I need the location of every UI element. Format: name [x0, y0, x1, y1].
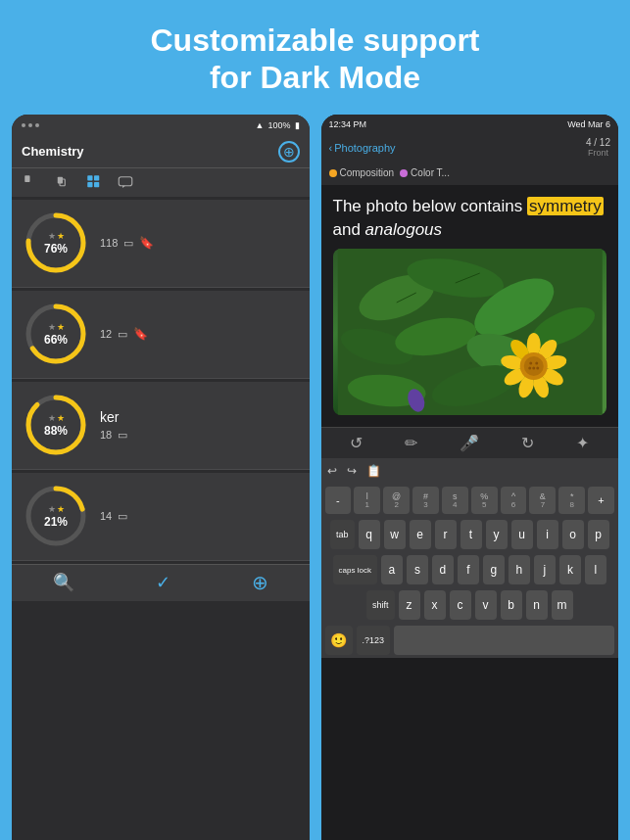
composition-label: Composition	[340, 167, 395, 178]
tab-copy[interactable]	[51, 172, 74, 192]
key-tab[interactable]: tab	[330, 520, 355, 549]
key-f[interactable]: f	[458, 555, 479, 584]
front-label: Front	[588, 148, 608, 158]
key-numbers[interactable]: .?123	[357, 626, 391, 655]
key-u[interactable]: u	[511, 520, 533, 549]
svg-point-41	[535, 362, 538, 365]
svg-point-40	[529, 362, 532, 365]
key-8[interactable]: *8	[558, 487, 585, 514]
key-capslock[interactable]: caps lock	[333, 555, 377, 584]
check-tab-icon[interactable]: ✓	[156, 572, 170, 593]
pencil-icon[interactable]: ✏	[405, 434, 417, 452]
tab-bubble[interactable]	[114, 172, 137, 192]
card-count-1: 118	[100, 237, 118, 249]
status-dots	[22, 123, 39, 127]
key-b[interactable]: b	[501, 590, 522, 620]
key-v[interactable]: v	[475, 590, 497, 620]
star-empty-3: ★	[48, 413, 56, 423]
page-info: 4 / 12 Front	[586, 137, 610, 158]
key-i[interactable]: i	[537, 520, 558, 549]
key-x[interactable]: x	[424, 590, 446, 620]
key-o[interactable]: o	[562, 520, 584, 549]
header-section: Customizable support for Dark Mode	[0, 0, 630, 115]
tag-composition[interactable]: Composition	[329, 167, 395, 178]
plus-icon: ⊕	[283, 144, 295, 160]
stars-4: ★ ★	[48, 504, 65, 514]
key-l[interactable]: l	[585, 555, 606, 584]
key-e[interactable]: e	[410, 520, 431, 549]
plus-tab-icon[interactable]: ⊕	[252, 571, 268, 594]
key-t[interactable]: t	[460, 520, 482, 549]
stars-2: ★ ★	[48, 322, 65, 332]
key-7[interactable]: &7	[529, 487, 556, 514]
key-s[interactable]: s	[407, 555, 428, 584]
redo-icon[interactable]: ↪	[347, 464, 357, 478]
progress-circle-4: ★ ★ 21%	[22, 482, 90, 550]
key-5[interactable]: %5	[471, 487, 498, 514]
key-plus[interactable]: +	[588, 487, 614, 514]
tab-grid[interactable]	[82, 172, 106, 192]
zxcv-row: shift z x c v b n m	[321, 587, 619, 623]
card-meta-2: 12 ▭ 🔖	[100, 327, 148, 341]
key-space[interactable]	[394, 626, 614, 655]
key-h[interactable]: h	[509, 555, 530, 584]
key-m[interactable]: m	[552, 590, 573, 620]
key-p[interactable]: p	[588, 520, 609, 549]
key-shift[interactable]: shift	[366, 590, 395, 620]
key-r[interactable]: r	[435, 520, 457, 549]
svg-rect-3	[87, 176, 92, 181]
key-6[interactable]: ^6	[501, 487, 527, 514]
flashcard-content: The photo below contains symmetry and an…	[321, 185, 619, 428]
card-stats-3: 18 ▭	[100, 429, 127, 442]
key-emoji[interactable]: 🙂	[325, 626, 353, 655]
key-z[interactable]: z	[399, 590, 420, 620]
rotate-right-icon[interactable]: ↻	[521, 434, 534, 452]
clipboard-icon[interactable]: 📋	[366, 464, 381, 478]
search-tab-icon[interactable]: 🔍	[53, 572, 74, 593]
bookmark-icon-1: 🔖	[139, 236, 154, 250]
rotate-left-icon[interactable]: ↺	[350, 434, 363, 452]
key-g[interactable]: g	[483, 555, 505, 584]
key-a[interactable]: a	[381, 555, 403, 584]
card-row-4[interactable]: ★ ★ 21% 14 ▭	[12, 473, 310, 561]
dot2	[28, 123, 32, 127]
key-j[interactable]: j	[534, 555, 556, 584]
flower-svg	[333, 249, 607, 415]
left-nav-add-button[interactable]: ⊕	[278, 141, 300, 163]
key-d[interactable]: d	[432, 555, 454, 584]
card-label-3: ker	[100, 409, 127, 425]
left-tab-bar	[12, 167, 310, 197]
star-icon[interactable]: ✦	[576, 434, 589, 452]
key-c[interactable]: c	[450, 590, 471, 620]
key-4[interactable]: s4	[442, 487, 468, 514]
star-filled-3: ★	[57, 413, 65, 423]
key-2[interactable]: @2	[383, 487, 410, 514]
left-status-bar: ▲ 100% ▮	[12, 115, 310, 136]
undo-icon[interactable]: ↩	[327, 464, 337, 478]
card-count-2: 12	[100, 328, 112, 340]
star-empty-2: ★	[48, 322, 56, 332]
back-button[interactable]: ‹ Photography	[329, 142, 396, 154]
key-q[interactable]: q	[359, 520, 380, 549]
card-row-3[interactable]: ★ ★ 88% ker 18 ▭	[12, 382, 310, 470]
key-dash[interactable]: -	[325, 487, 352, 514]
italic-analogous: analogous	[365, 220, 442, 239]
key-k[interactable]: k	[559, 555, 581, 584]
key-3[interactable]: #3	[412, 487, 439, 514]
star-filled: ★	[57, 231, 65, 241]
stars-3: ★ ★	[48, 413, 65, 423]
dot3	[35, 123, 39, 127]
card-meta-3: ker 18 ▭	[100, 409, 127, 442]
key-y[interactable]: y	[486, 520, 508, 549]
card-row-2[interactable]: ★ ★ 66% 12 ▭ 🔖	[12, 291, 310, 379]
tag-color[interactable]: Color T...	[400, 167, 450, 178]
key-w[interactable]: w	[384, 520, 406, 549]
key-n[interactable]: n	[526, 590, 548, 620]
mic-icon[interactable]: 🎤	[460, 434, 479, 452]
card-row-1[interactable]: ★ ★ 76% 118 ▭ 🔖	[12, 200, 310, 288]
tab-page[interactable]	[20, 172, 43, 192]
key-1[interactable]: l1	[354, 487, 380, 514]
asdf-row: caps lock a s d f g h j k l	[321, 552, 619, 587]
color-dot	[400, 169, 408, 177]
main-toolbar: ↺ ✏ 🎤 ↻ ✦	[321, 427, 619, 458]
